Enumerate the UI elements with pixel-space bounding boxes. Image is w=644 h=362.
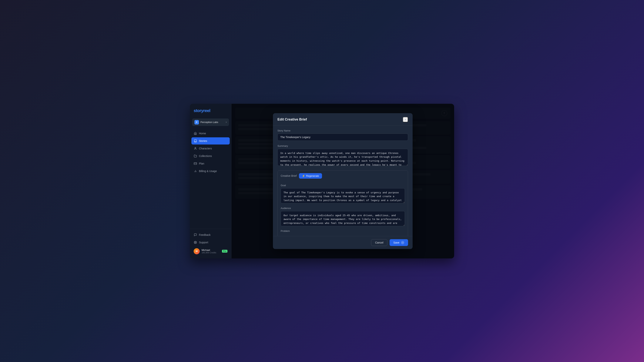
creative-brief-header: Creative Brief ⚡ Regenerate	[278, 171, 408, 181]
sidebar-item-home[interactable]: Home	[192, 130, 230, 137]
modal-body: Story Name Summary Creative Brief ⚡	[273, 125, 412, 236]
sidebar-item-characters[interactable]: Characters	[192, 145, 230, 152]
workspace-avatar: P	[194, 120, 199, 124]
user-profile: M Michael 185,906 Credits Pro	[192, 246, 230, 256]
sidebar-item-billing[interactable]: Billing & Usage	[192, 168, 230, 175]
sidebar-item-collections[interactable]: Collections	[192, 152, 230, 160]
user-credits: 185,906 Credits	[202, 252, 220, 254]
goal-label: Goal	[281, 184, 405, 187]
logo-text: storyreel	[194, 108, 210, 113]
modal-header: Edit Creative Brief ×	[273, 113, 412, 125]
brief-fields: Goal Audience Problem	[278, 184, 408, 236]
creative-brief-label: Creative Brief	[281, 174, 297, 177]
summary-textarea[interactable]	[278, 149, 408, 166]
main-nav: Home Stories Characters	[190, 129, 231, 229]
save-icon: →	[401, 241, 404, 244]
summary-label: Summary	[278, 144, 408, 147]
sidebar-item-label: Support	[199, 241, 208, 244]
sidebar-item-label: Characters	[199, 147, 212, 150]
chart-bar-icon	[194, 169, 197, 173]
svg-line-10	[196, 242, 196, 242]
lightning-icon: ⚡	[302, 174, 305, 177]
summary-group: Summary	[278, 144, 408, 167]
sidebar-item-support[interactable]: Support	[192, 239, 230, 246]
svg-point-7	[195, 242, 196, 243]
pro-badge: Pro	[222, 250, 228, 253]
modal-footer: Cancel Save →	[273, 236, 412, 249]
creative-brief-section: Creative Brief ⚡ Regenerate Goal Audi	[278, 170, 408, 236]
problem-label: Problem	[281, 230, 405, 232]
svg-line-8	[194, 242, 195, 242]
life-ring-icon	[194, 241, 197, 244]
person-icon	[194, 147, 197, 150]
svg-line-11	[194, 243, 195, 243]
sidebar-item-feedback[interactable]: Feedback	[192, 231, 230, 238]
story-name-group: Story Name	[278, 129, 408, 141]
sidebar-bottom: Feedback Support M	[190, 229, 231, 258]
svg-point-0	[195, 147, 196, 148]
home-icon	[194, 132, 197, 135]
chevron-down-icon: ▾	[226, 121, 227, 123]
sidebar-item-label: Stories	[199, 139, 207, 142]
book-icon	[194, 139, 197, 143]
avatar: M	[194, 248, 200, 254]
sidebar-item-label: Home	[199, 132, 206, 135]
sidebar: storyreel P Perception Labs ▾ Home	[190, 104, 232, 258]
audience-label: Audience	[281, 207, 405, 210]
modal-overlay: Edit Creative Brief × Story Name Summary	[232, 104, 454, 258]
close-button[interactable]: ×	[403, 117, 408, 122]
svg-rect-1	[194, 162, 197, 164]
logo: storyreel	[190, 104, 231, 117]
modal-title: Edit Creative Brief	[278, 117, 307, 121]
sidebar-item-label: Billing & Usage	[199, 170, 217, 173]
story-name-label: Story Name	[278, 129, 408, 132]
cancel-button[interactable]: Cancel	[371, 239, 387, 246]
sidebar-item-plan[interactable]: Plan	[192, 160, 230, 167]
workspace-selector[interactable]: P Perception Labs ▾	[192, 118, 229, 126]
goal-textarea[interactable]	[281, 188, 405, 203]
audience-textarea[interactable]	[281, 211, 405, 226]
credit-card-icon	[194, 162, 197, 165]
main-content: +	[232, 104, 454, 258]
edit-creative-brief-modal: Edit Creative Brief × Story Name Summary	[273, 113, 412, 249]
sidebar-item-label: Collections	[199, 154, 212, 157]
svg-line-9	[196, 243, 196, 243]
sidebar-item-label: Feedback	[199, 233, 210, 236]
user-name: Michael	[202, 249, 220, 252]
sidebar-item-label: Plan	[199, 162, 204, 165]
folder-icon	[194, 154, 197, 158]
chat-icon	[194, 233, 197, 237]
regenerate-button[interactable]: ⚡ Regenerate	[299, 173, 322, 179]
logo-suffix: reel	[203, 108, 210, 113]
save-button[interactable]: Save →	[390, 239, 408, 246]
logo-prefix: story	[194, 108, 203, 113]
story-name-input[interactable]	[278, 134, 408, 141]
sidebar-item-stories[interactable]: Stories	[192, 137, 230, 144]
workspace-name: Perception Labs	[200, 121, 224, 124]
user-info: Michael 185,906 Credits	[202, 249, 220, 254]
